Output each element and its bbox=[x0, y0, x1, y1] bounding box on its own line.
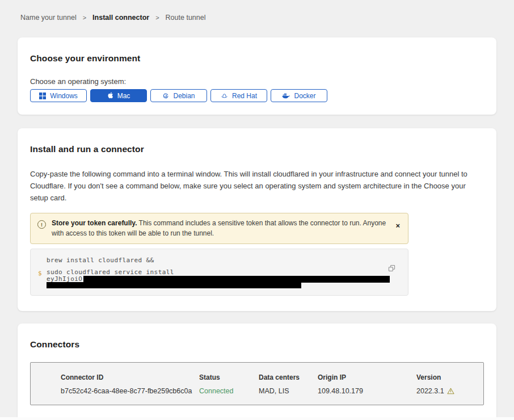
copy-icon[interactable] bbox=[388, 264, 395, 272]
redacted-token-bar bbox=[47, 282, 301, 288]
breadcrumb-step-name-tunnel[interactable]: Name your tunnel bbox=[20, 14, 77, 22]
os-button-windows[interactable]: Windows bbox=[30, 89, 87, 102]
os-button-label: Red Hat bbox=[232, 92, 257, 100]
breadcrumb-step-install-connector[interactable]: Install connector bbox=[92, 14, 149, 22]
install-connector-card: Install and run a connector Copy-paste t… bbox=[18, 128, 496, 311]
header-data-centers: Data centers bbox=[259, 373, 318, 381]
code-line-token-2 bbox=[47, 282, 383, 289]
os-button-label: Debian bbox=[173, 92, 195, 100]
os-button-group: Windows Mac Debian bbox=[30, 89, 484, 102]
environment-card-title: Choose your environment bbox=[30, 53, 484, 64]
token-warning-bold: Store your token carefully. bbox=[52, 219, 137, 227]
token-warning-banner: ! Store your token carefully. This comma… bbox=[30, 213, 408, 244]
header-status: Status bbox=[199, 373, 259, 381]
close-icon[interactable]: × bbox=[394, 222, 401, 229]
header-connector-id: Connector ID bbox=[61, 373, 199, 381]
token-prefix: eyJhIjoiO bbox=[47, 275, 82, 283]
connectors-table: Connector ID Status Data centers Origin … bbox=[30, 362, 484, 405]
os-button-debian[interactable]: Debian bbox=[150, 89, 207, 102]
debian-swirl-icon bbox=[162, 93, 169, 99]
os-button-docker[interactable]: Docker bbox=[271, 89, 327, 102]
connectors-card: Connectors Connector ID Status Data cent… bbox=[18, 324, 496, 420]
shell-prompt: $ bbox=[38, 270, 42, 277]
choose-environment-card: Choose your environment Choose an operat… bbox=[18, 37, 496, 115]
install-card-title: Install and run a connector bbox=[30, 144, 484, 154]
header-version: Version bbox=[416, 373, 478, 381]
os-button-mac[interactable]: Mac bbox=[90, 89, 147, 102]
apple-icon bbox=[107, 92, 113, 99]
os-select-label: Choose an operating system: bbox=[30, 77, 484, 86]
redacted-token-bar bbox=[83, 276, 390, 283]
install-instructions: Copy-paste the following command into a … bbox=[30, 168, 481, 204]
connectors-table-header: Connector ID Status Data centers Origin … bbox=[61, 373, 478, 381]
connectors-card-title: Connectors bbox=[30, 339, 484, 350]
code-line-sudo: sudo cloudflared service install bbox=[47, 269, 383, 276]
data-centers-value: MAD, LIS bbox=[259, 387, 318, 395]
os-button-label: Docker bbox=[294, 92, 315, 100]
origin-ip-value: 109.48.10.179 bbox=[318, 387, 416, 395]
bottom-edge-strip bbox=[0, 417, 514, 420]
os-button-redhat[interactable]: Red Hat bbox=[210, 89, 267, 102]
tunnel-setup-page: Name your tunnel > Install connector > R… bbox=[0, 0, 514, 420]
red-hat-icon bbox=[221, 93, 228, 99]
os-button-label: Windows bbox=[50, 92, 78, 100]
docker-whale-icon bbox=[282, 93, 290, 99]
breadcrumb-separator: > bbox=[155, 14, 159, 21]
breadcrumb: Name your tunnel > Install connector > R… bbox=[0, 0, 514, 22]
alert-circle-icon: ! bbox=[37, 220, 46, 229]
table-row: b7c52c42-6caa-48ee-8c77-fbe259cb6c0a Con… bbox=[61, 387, 478, 395]
breadcrumb-separator: > bbox=[83, 14, 86, 21]
connector-id-value: b7c52c42-6caa-48ee-8c77-fbe259cb6c0a bbox=[61, 387, 199, 395]
code-line-brew: brew install cloudflared && bbox=[47, 257, 383, 263]
breadcrumb-step-route-tunnel[interactable]: Route tunnel bbox=[166, 14, 206, 22]
install-command-codeblock: brew install cloudflared && $ sudo cloud… bbox=[30, 249, 408, 296]
os-button-label: Mac bbox=[117, 92, 130, 100]
version-value: 2022.3.1 bbox=[416, 387, 478, 395]
version-number: 2022.3.1 bbox=[416, 387, 444, 395]
header-origin-ip: Origin IP bbox=[318, 373, 416, 381]
status-badge: Connected bbox=[199, 387, 259, 395]
token-warning-text: Store your token carefully. This command… bbox=[52, 219, 389, 238]
windows-icon bbox=[39, 93, 46, 99]
warning-triangle-icon bbox=[447, 388, 454, 394]
code-line-token: eyJhIjoiO bbox=[47, 276, 383, 283]
